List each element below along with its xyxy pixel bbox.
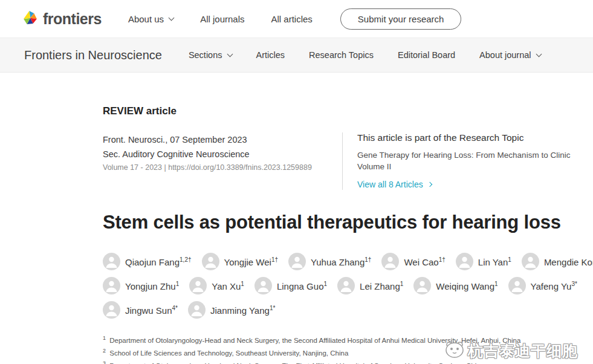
person-avatar-icon (103, 253, 120, 270)
author-name: Weiqing Wang1 (436, 281, 497, 291)
author-link[interactable]: Jingwu Sun4* (103, 301, 178, 319)
author-link[interactable]: Mengdie Kong2 (522, 253, 593, 270)
article-type-label: REVIEW article (103, 105, 581, 117)
author-row: Jingwu Sun4* Jianming Yang1* (103, 301, 581, 319)
article-title: Stem cells as potential therapeutics for… (103, 212, 581, 233)
frontiers-logo[interactable]: frontiers (22, 9, 102, 28)
person-avatar-icon (103, 277, 120, 294)
journal-nav-links: Sections Articles Research Topics Editor… (189, 50, 541, 60)
author-row: Yongjun Zhu1 Yan Xu1 Lingna Guo1 Lei Zha… (103, 277, 581, 294)
author-name: Mengdie Kong2 (544, 256, 593, 267)
journal-title-link[interactable]: Frontiers in Neuroscience (24, 48, 162, 62)
author-name: Yongjun Zhu1 (125, 281, 179, 291)
nav-editorial-board[interactable]: Editorial Board (398, 50, 455, 60)
chevron-right-icon (427, 182, 432, 187)
person-avatar-icon (288, 253, 306, 270)
person-avatar-icon (508, 277, 526, 294)
top-nav-links: About us All journals All articles (128, 14, 313, 24)
research-topic-heading: This article is part of the Research Top… (357, 132, 581, 143)
affiliation-line: 3 Department of Otolaryngology-Head and … (103, 359, 589, 364)
author-link[interactable]: Jianming Yang1* (188, 301, 275, 319)
research-topic-box: This article is part of the Research Top… (343, 132, 581, 190)
author-link[interactable]: Yongjie Wei1† (202, 253, 279, 270)
citation-section: Sec. Auditory Cognitive Neuroscience (103, 147, 342, 161)
author-row: Qiaojun Fang1,2† Yongjie Wei1† Yuhua Zha… (103, 253, 581, 270)
author-link[interactable]: Qiaojun Fang1,2† (103, 253, 192, 270)
chevron-down-icon (227, 51, 233, 57)
author-name: Jianming Yang1* (210, 305, 275, 316)
nav-sections[interactable]: Sections (189, 50, 232, 60)
person-avatar-icon (413, 277, 431, 294)
author-link[interactable]: Yan Xu1 (189, 277, 244, 294)
nav-all-journals[interactable]: All journals (200, 14, 244, 24)
author-name: Yafeng Yu3* (531, 281, 577, 291)
person-avatar-icon (103, 301, 120, 319)
person-avatar-icon (254, 277, 272, 294)
chevron-down-icon (536, 51, 542, 57)
article-meta-row: Front. Neurosci., 07 September 2023 Sec.… (103, 132, 581, 190)
affiliation-line: 2 School of Life Sciences and Technology… (103, 346, 589, 359)
view-all-articles-link[interactable]: View all 8 Articles (357, 180, 432, 189)
author-link[interactable]: Lin Yan1 (456, 253, 511, 270)
nav-research-topics[interactable]: Research Topics (309, 50, 374, 60)
person-avatar-icon (456, 253, 473, 270)
author-name: Yuhua Zhang1† (311, 256, 371, 267)
person-avatar-icon (202, 253, 219, 270)
person-avatar-icon (522, 253, 539, 270)
author-link[interactable]: Yongjun Zhu1 (103, 277, 179, 294)
author-name: Jingwu Sun4* (125, 305, 178, 316)
person-avatar-icon (188, 301, 206, 319)
article-header: REVIEW article Front. Neurosci., 07 Sept… (0, 105, 593, 364)
author-name: Qiaojun Fang1,2† (125, 256, 192, 267)
top-navbar: frontiers About us All journals All arti… (0, 0, 593, 38)
author-link[interactable]: Lingna Guo1 (254, 277, 327, 294)
brand-name: frontiers (43, 10, 102, 28)
nav-about-journal[interactable]: About journal (479, 50, 540, 60)
nav-about-us[interactable]: About us (128, 14, 173, 24)
nav-all-articles[interactable]: All articles (271, 14, 313, 24)
person-avatar-icon (337, 277, 355, 294)
author-name: Lingna Guo1 (277, 281, 327, 291)
volume-doi-text: Volume 17 - 2023 | https://doi.org/10.33… (103, 163, 342, 172)
chevron-down-icon (169, 15, 175, 21)
citation-journal-date: Front. Neurosci., 07 September 2023 (103, 132, 342, 147)
author-link[interactable]: Lei Zhang1 (337, 277, 403, 294)
affiliations-list: 1 Department of Otolaryngology-Head and … (103, 333, 589, 364)
author-name: Wei Cao1† (404, 256, 445, 267)
citation-block: Front. Neurosci., 07 September 2023 Sec.… (103, 132, 342, 190)
author-name: Lin Yan1 (478, 256, 511, 267)
nav-articles[interactable]: Articles (256, 50, 285, 60)
person-avatar-icon (189, 277, 207, 294)
person-avatar-icon (381, 253, 399, 270)
affiliation-line: 1 Department of Otolaryngology-Head and … (103, 333, 589, 346)
frontiers-pinwheel-icon (22, 9, 39, 28)
author-name: Yan Xu1 (212, 281, 244, 291)
authors-list: Qiaojun Fang1,2† Yongjie Wei1† Yuhua Zha… (103, 253, 581, 319)
author-name: Lei Zhang1 (360, 281, 403, 291)
submit-research-button[interactable]: Submit your research (340, 8, 462, 30)
author-link[interactable]: Yafeng Yu3* (508, 277, 577, 294)
author-link[interactable]: Yuhua Zhang1† (288, 253, 371, 270)
research-topic-title: Gene Therapy for Hearing Loss: From Mech… (357, 149, 581, 172)
journal-navbar: Frontiers in Neuroscience Sections Artic… (0, 38, 593, 73)
author-link[interactable]: Weiqing Wang1 (413, 277, 497, 294)
author-name: Yongjie Wei1† (224, 256, 279, 267)
author-link[interactable]: Wei Cao1† (381, 253, 445, 270)
